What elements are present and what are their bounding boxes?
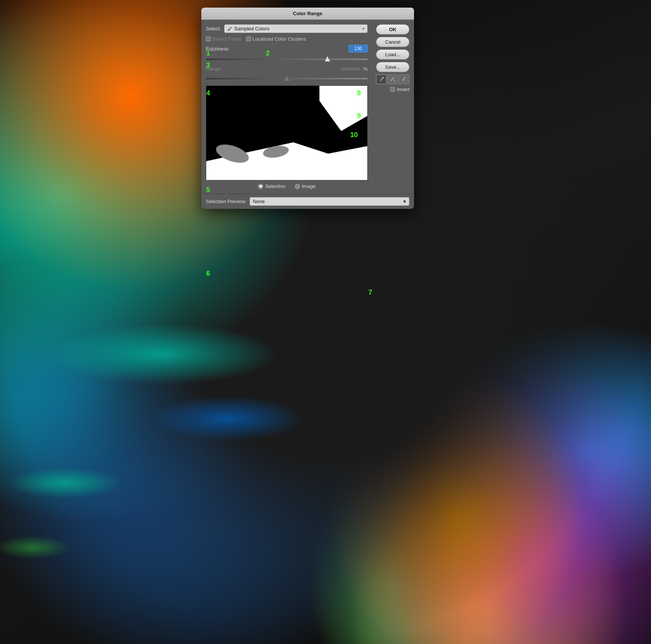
range-row: Range: % xyxy=(206,66,368,72)
select-row: Select: 🖊 Sampled Colors ▾ xyxy=(206,24,368,33)
image-radio[interactable]: Image xyxy=(295,183,316,189)
eyedropper-add-icon: + xyxy=(390,77,395,82)
preview-image-canvas xyxy=(206,86,367,180)
selection-radio-button[interactable] xyxy=(258,184,263,189)
detect-faces-label: Detect Faces xyxy=(212,36,242,42)
preview-canvas xyxy=(206,85,368,180)
selection-radio-fill xyxy=(259,185,262,188)
range-slider[interactable] xyxy=(206,75,368,82)
dialog-right-panel: OK Cancel Load... Save... + xyxy=(371,24,409,189)
svg-text:+: + xyxy=(393,79,395,82)
radio-row: Selection Image xyxy=(206,183,368,189)
fuzziness-slider-thumb[interactable] xyxy=(325,56,330,62)
image-radio-button[interactable] xyxy=(295,184,300,189)
eyedropper-tools: + - xyxy=(376,74,409,84)
fuzziness-label: Fuzziness: xyxy=(206,46,232,52)
cancel-button[interactable]: Cancel xyxy=(376,37,409,47)
image-radio-label: Image xyxy=(302,183,316,189)
load-button[interactable]: Load... xyxy=(376,49,409,60)
range-slider-thumb[interactable] xyxy=(284,76,289,81)
eyedropper-add-button[interactable]: + xyxy=(387,74,398,84)
selection-preview-chevron-icon: ▾ xyxy=(403,199,406,204)
range-value xyxy=(341,68,360,70)
select-dropdown[interactable]: 🖊 Sampled Colors ▾ xyxy=(224,24,368,33)
selection-preview-label: Selection Preview: xyxy=(206,199,246,204)
dialog-titlebar: Color Range xyxy=(201,8,414,20)
invert-row: Invert xyxy=(390,87,409,92)
detect-faces-checkbox[interactable] xyxy=(206,36,211,41)
selection-preview-row: Selection Preview: None ▾ xyxy=(201,194,414,209)
svg-point-0 xyxy=(383,77,384,78)
select-value: Sampled Colors xyxy=(234,26,360,32)
eyedropper-sample-button[interactable] xyxy=(376,74,387,84)
svg-text:-: - xyxy=(405,79,406,82)
options-row: 1 Detect Faces Localized Color Clusters xyxy=(206,36,368,42)
selection-preview-dropdown[interactable]: None ▾ xyxy=(250,197,409,206)
detect-faces-option[interactable]: Detect Faces xyxy=(206,36,242,42)
selection-preview-value: None xyxy=(253,199,401,204)
eyedropper-icon xyxy=(379,77,384,82)
invert-label: Invert xyxy=(397,87,409,92)
eyedropper-subtract-icon: - xyxy=(401,77,407,82)
save-button[interactable]: Save... xyxy=(376,62,409,72)
localized-label: Localized Color Clusters xyxy=(253,36,306,42)
ok-button[interactable]: OK xyxy=(376,24,409,35)
color-range-dialog: Color Range Select: 🖊 Sampled Colors ▾ 1 xyxy=(201,8,414,209)
eyedropper-icon: 🖊 xyxy=(228,26,232,32)
fuzziness-row: Fuzziness: 130 xyxy=(206,45,368,52)
dialog-left-panel: Select: 🖊 Sampled Colors ▾ 1 Detect Face… xyxy=(206,24,368,189)
dialog-title: Color Range xyxy=(293,11,322,16)
fuzziness-value[interactable]: 130 xyxy=(349,45,368,52)
selection-radio-label: Selection xyxy=(265,183,285,189)
chevron-down-icon: ▾ xyxy=(362,27,364,31)
localized-option[interactable]: Localized Color Clusters xyxy=(246,36,306,42)
percent-label: % xyxy=(363,66,368,72)
range-label: Range: xyxy=(206,66,232,72)
dialog-body: Select: 🖊 Sampled Colors ▾ 1 Detect Face… xyxy=(201,20,414,194)
fuzziness-slider-rail xyxy=(206,58,368,60)
invert-checkbox[interactable] xyxy=(390,87,395,92)
fuzziness-slider[interactable] xyxy=(206,55,368,63)
localized-checkbox[interactable] xyxy=(246,36,251,41)
selection-radio[interactable]: Selection xyxy=(258,183,285,189)
select-label: Select: xyxy=(206,26,221,32)
eyedropper-subtract-button[interactable]: - xyxy=(399,74,409,84)
